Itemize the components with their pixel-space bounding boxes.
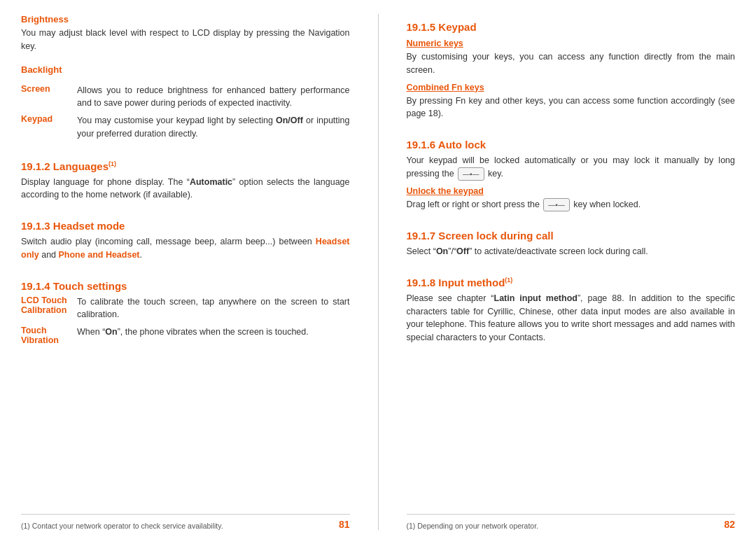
touch-text: When “On”, the phone vibrates when the s… [77,326,309,345]
left-column: Brightness You may adjust black level wi… [21,14,350,530]
inputmethod-text: Please see chapter “Latin input method”,… [407,292,736,344]
brightness-text: You may adjust black level with respect … [21,27,350,53]
combined-text: By pressing Fn key and other keys, you c… [407,95,736,121]
right-footer: (1) Depending on your network operator. … [407,514,736,530]
touch-label: Touch Vibration [21,326,70,345]
right-footnote: (1) Depending on your network operator. [407,522,539,530]
sec918-section: 19.1.8 Input method(1) Please see chapte… [407,270,736,349]
sec194-heading: 19.1.4 Touch settings [21,280,350,292]
sec192-section: 19.1.2 Languages(1) Display language for… [21,153,350,207]
left-footer: (1) Contact your network operator to che… [21,514,350,530]
sec192-heading: 19.1.2 Languages(1) [21,160,350,172]
autolock-text: Your keypad will be locked automatically… [407,154,736,181]
screenlock-text: Select “On”/“Off” to activate/deactivate… [407,245,736,258]
keypad-backlight-text: You may customise your keypad light by s… [77,114,350,141]
numeric-text: By customising your keys, you can access… [407,50,736,77]
unlock-key-icon: ―▪― [543,198,570,211]
screen-label: Screen [21,84,70,111]
screen-text: Allows you to reduce brightness for enha… [77,84,350,111]
sec194-section: 19.1.4 Touch settings LCD Touch Calibrat… [21,273,350,350]
numeric-label: Numeric keys [407,39,736,48]
backlight-section: Backlight [21,64,350,77]
keypad-backlight-label: Keypad [21,114,70,141]
lcd-label: LCD Touch Calibration [21,295,70,322]
brightness-section: Brightness You may adjust black level wi… [21,14,350,57]
left-footnote: (1) Contact your network operator to che… [21,522,223,530]
sec918-heading: 19.1.8 Input method(1) [407,277,736,288]
sec193-text: Switch audio play (incoming call, messag… [21,235,350,262]
unlock-label: Unlock the keypad [407,186,736,196]
left-page-num: 81 [339,519,350,530]
touch-row: Touch Vibration When “On”, the phone vib… [21,326,350,345]
right-column: 19.1.5 Keypad Numeric keys By customisin… [378,14,736,530]
brightness-title: Brightness [21,14,350,25]
unlock-text: Drag left or right or short press the ―▪… [407,198,736,211]
combined-label: Combined Fn keys [407,83,736,92]
sec193-heading: 19.1.3 Headset mode [21,220,350,232]
sec915-section: 19.1.5 Keypad Numeric keys By customisin… [407,14,736,125]
screen-row: Screen Allows you to reduce brightness f… [21,84,350,111]
keypad-backlight-row: Keypad You may customise your keypad lig… [21,114,350,141]
sec917-section: 19.1.7 Screen lock during call Select “O… [407,223,736,263]
lcd-row: LCD Touch Calibration To calibrate the t… [21,295,350,322]
sec916-section: 19.1.6 Auto lock Your keypad will be loc… [407,132,736,216]
lcd-text: To calibrate the touch screen, tap anywh… [77,295,350,322]
sec917-heading: 19.1.7 Screen lock during call [407,230,736,242]
sec192-text: Display language for phone display. The … [21,176,350,202]
sec915-heading: 19.1.5 Keypad [407,21,736,33]
backlight-title: Backlight [21,64,350,75]
sec916-heading: 19.1.6 Auto lock [407,139,736,151]
lock-key-icon: ―▪― [458,167,484,181]
sec193-section: 19.1.3 Headset mode Switch audio play (i… [21,213,350,266]
right-page-num: 82 [724,519,735,530]
